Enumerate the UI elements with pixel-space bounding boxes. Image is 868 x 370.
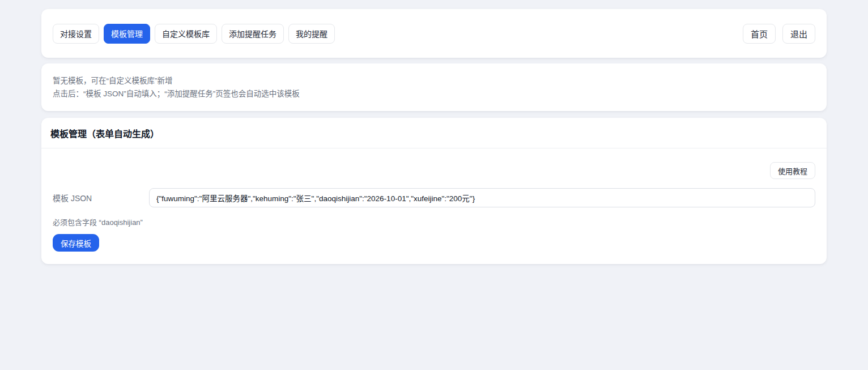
empty-template-notice: 暂无模板，可在“自定义模板库”新增 点击后：“模板 JSON”自动填入；“添加提… [41,63,827,111]
notice-line-1: 暂无模板，可在“自定义模板库”新增 [53,74,815,87]
page-title: 模板管理（表单自动生成） [50,126,818,140]
section-body: 使用教程 模板 JSON 必须包含字段 “daoqishijian” 保存模板 [41,148,827,264]
logout-button[interactable]: 退出 [782,24,815,44]
toolbar: 使用教程 [53,162,815,179]
home-button[interactable]: 首页 [743,24,776,44]
template-json-row: 模板 JSON [53,188,815,207]
template-json-input[interactable] [149,188,815,207]
save-template-button[interactable]: 保存模板 [53,234,99,252]
tab-my-reminders[interactable]: 我的提醒 [288,24,335,44]
required-field-hint: 必须包含字段 “daoqishijian” [53,216,815,227]
tab-connection-settings[interactable]: 对接设置 [53,24,99,44]
template-management-card: 模板管理（表单自动生成） 使用教程 模板 JSON 必须包含字段 “daoqis… [41,118,827,264]
tab-template-management[interactable]: 模板管理 [104,24,150,44]
tab-add-reminder-task[interactable]: 添加提醒任务 [222,24,284,44]
tab-custom-template-library[interactable]: 自定义模板库 [155,24,217,44]
section-header: 模板管理（表单自动生成） [41,118,827,148]
template-json-label: 模板 JSON [53,192,149,203]
notice-line-2: 点击后：“模板 JSON”自动填入；“添加提醒任务”页签也会自动选中该模板 [53,87,815,100]
tutorial-button[interactable]: 使用教程 [770,162,815,179]
nav-tabs: 对接设置 模板管理 自定义模板库 添加提醒任务 我的提醒 [53,24,335,44]
nav-actions: 首页 退出 [743,24,815,44]
top-nav-bar: 对接设置 模板管理 自定义模板库 添加提醒任务 我的提醒 首页 退出 [41,9,827,58]
